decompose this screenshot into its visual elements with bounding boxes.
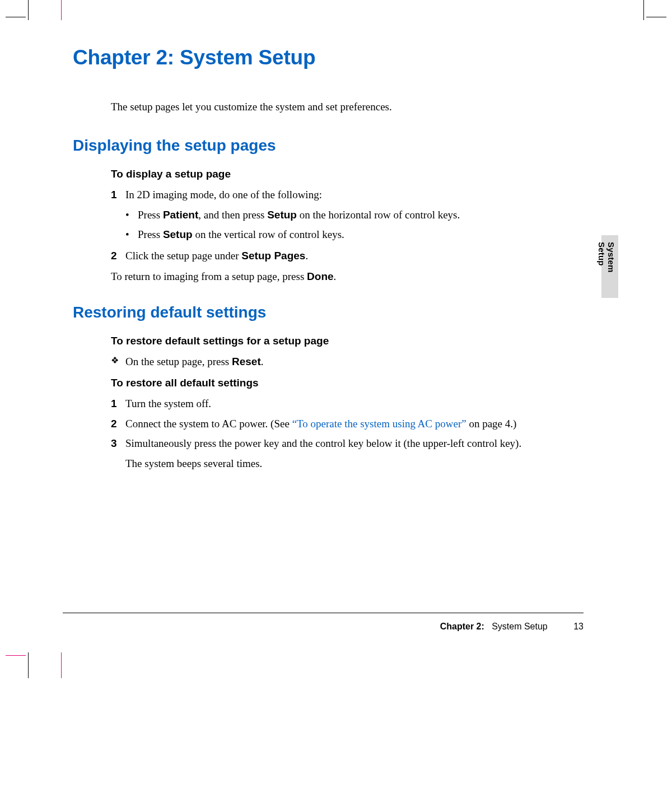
crop-mark <box>61 652 62 678</box>
text: on page 4.) <box>466 418 517 430</box>
substep: • Press Patient, and then press Setup on… <box>125 207 532 223</box>
step-1: 1 In 2D imaging mode, do one of the foll… <box>111 187 532 203</box>
crop-mark <box>28 0 29 20</box>
section-heading-displaying: Displaying the setup pages <box>73 137 532 155</box>
procedure-heading: To display a setup page <box>111 168 532 180</box>
step-text: Simultaneously press the power key and t… <box>125 436 532 451</box>
key-name: Setup <box>267 209 297 221</box>
step-text: On the setup page, press Reset. <box>125 354 263 370</box>
text: . <box>261 356 264 367</box>
substep: • Press Setup on the vertical row of con… <box>125 227 532 242</box>
footer-chapter-name: System Setup <box>492 622 548 631</box>
key-name: Done <box>307 270 334 282</box>
step-3: 3 Simultaneously press the power key and… <box>111 436 532 451</box>
step-text: In 2D imaging mode, do one of the follow… <box>125 187 532 203</box>
substep-text: Press Patient, and then press Setup on t… <box>138 207 460 223</box>
page-number: 13 <box>573 622 584 631</box>
procedure-heading: To restore default settings for a setup … <box>111 335 532 347</box>
footer-chapter-name <box>487 622 492 631</box>
step-text: Click the setup page under Setup Pages. <box>125 248 532 264</box>
key-name: Patient <box>163 209 198 221</box>
step-1: 1 Turn the system off. <box>111 396 532 412</box>
crop-mark <box>6 655 26 656</box>
text: on the vertical row of control keys. <box>193 228 344 240</box>
section-heading-restoring: Restoring default settings <box>73 304 532 321</box>
cross-reference-link[interactable]: “To operate the system using AC power” <box>292 418 466 430</box>
step-number: 1 <box>111 187 125 203</box>
step-2: 2 Click the setup page under Setup Pages… <box>111 248 532 264</box>
key-name: Setup Pages <box>241 250 305 262</box>
paragraph: The system beeps several times. <box>125 456 532 472</box>
text: Press <box>138 228 163 240</box>
step-number: 2 <box>111 248 125 264</box>
page-footer: Chapter 2: System Setup 13 <box>440 622 584 632</box>
step-number: 3 <box>111 436 125 451</box>
text: on the horizontal row of control keys. <box>297 209 460 221</box>
step-text: Connect the system to AC power. (See “To… <box>125 416 532 432</box>
text: , and then press <box>198 209 267 221</box>
clover-step: ❖ On the setup page, press Reset. <box>111 354 532 370</box>
intro-paragraph: The setup pages let you customize the sy… <box>111 101 532 113</box>
crop-mark <box>643 0 644 20</box>
text: On the setup page, press <box>125 356 232 367</box>
paragraph: To return to imaging from a setup page, … <box>111 269 532 284</box>
chapter-title: Chapter 2: System Setup <box>73 46 532 69</box>
text: . <box>305 250 308 262</box>
crop-mark <box>646 17 666 17</box>
key-name: Setup <box>163 228 193 240</box>
step-number: 2 <box>111 416 125 432</box>
key-name: Reset <box>232 356 261 367</box>
text: Click the setup page under <box>125 250 241 262</box>
clover-icon: ❖ <box>111 354 125 370</box>
thumb-tab-label: System Setup <box>605 242 616 292</box>
step-number: 1 <box>111 396 125 412</box>
crop-mark <box>6 17 26 17</box>
substep-text: Press Setup on the vertical row of contr… <box>138 227 344 242</box>
footer-rule <box>63 613 584 613</box>
text: . <box>334 270 337 282</box>
step-text: Turn the system off. <box>125 396 532 412</box>
step-2: 2 Connect the system to AC power. (See “… <box>111 416 532 432</box>
bullet-icon: • <box>125 207 138 223</box>
page-content: Chapter 2: System Setup The setup pages … <box>73 46 532 475</box>
text: Connect the system to AC power. (See <box>125 418 292 430</box>
footer-chapter-label: Chapter 2: <box>440 622 484 631</box>
text: Press <box>138 209 163 221</box>
bullet-icon: • <box>125 227 138 242</box>
text: To return to imaging from a setup page, … <box>111 270 307 282</box>
crop-mark <box>61 0 62 20</box>
procedure-heading: To restore all default settings <box>111 377 532 389</box>
crop-mark <box>28 652 29 678</box>
